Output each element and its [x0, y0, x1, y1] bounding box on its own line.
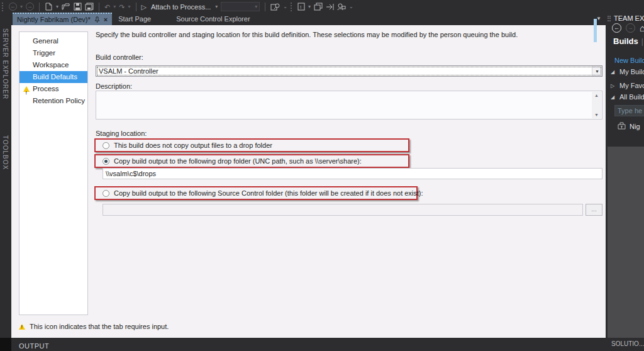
build-controller-combobox[interactable]: VSALM - Controller ▼	[96, 65, 602, 77]
footer-note-text: This icon indicates that the tab require…	[30, 323, 169, 330]
toolbar-separator	[99, 3, 99, 11]
server-explorer-vertical-tab[interactable]: SERVER EXPLORER	[2, 28, 9, 99]
find-in-files-icon[interactable]	[270, 3, 280, 11]
expanded-icon[interactable]: ◢	[611, 94, 616, 100]
redo-icon[interactable]: ↷	[119, 3, 125, 11]
pin-icon[interactable]	[94, 16, 100, 23]
radio-label[interactable]: This build does not copy output files to…	[114, 142, 272, 149]
attach-to-process-button[interactable]: Attach to Process...	[151, 3, 211, 11]
combo-caret-icon: ▾	[255, 4, 257, 9]
back-dropdown-icon[interactable]: ▾	[20, 4, 23, 9]
attach-dropdown-icon[interactable]: ▾	[215, 4, 218, 9]
radio-no-drop-folder[interactable]	[103, 142, 109, 149]
navigate-back-icon[interactable]: ←	[9, 3, 17, 11]
toolbar-separator	[39, 3, 40, 11]
build-definition-icon	[618, 121, 626, 131]
solution-explorer-tab[interactable]: SOLUTIO...	[611, 340, 644, 347]
te-page-title[interactable]: Builds	[613, 36, 638, 46]
radio-label[interactable]: Copy build output to the following Sourc…	[114, 189, 423, 197]
tab-label: Nightly Fabrikam (Dev)*	[17, 16, 91, 23]
output-window-tab[interactable]: OUTPUT	[19, 342, 49, 350]
navigate-to-icon[interactable]	[326, 3, 334, 11]
feedback-icon[interactable]	[337, 3, 346, 11]
panel-grip[interactable]	[608, 16, 611, 21]
attach-play-icon[interactable]: ▷	[142, 3, 147, 11]
scrollbar-indicator	[594, 19, 597, 42]
te-page-header: Builds | F	[613, 36, 644, 46]
drop-folder-input[interactable]	[103, 168, 602, 179]
output-window-corner	[0, 338, 11, 351]
new-file-icon[interactable]	[45, 3, 53, 11]
radio-copy-to-drop-folder[interactable]	[103, 158, 109, 165]
nav-item-trigger[interactable]: Trigger	[19, 47, 87, 59]
scroll-up-icon[interactable]: ▲	[594, 93, 599, 98]
save-icon[interactable]	[74, 3, 82, 11]
main-toolbar: ← ▾ → ▾ ↶ ▾ ↷ ▾ ▷ Attach to Process... ▾…	[0, 0, 644, 13]
nav-item-label: Process	[33, 85, 59, 92]
collapsed-icon[interactable]: ▷	[611, 83, 616, 89]
svg-text:!: !	[300, 4, 301, 10]
te-back-icon[interactable]: ←	[612, 23, 621, 33]
nav-item-general[interactable]: General	[19, 35, 87, 47]
build-definition-label: Nig	[630, 123, 640, 130]
team-explorer-title: TEAM EX	[614, 14, 644, 22]
description-label: Description:	[96, 82, 132, 90]
new-file-dropdown-icon[interactable]: ▾	[56, 4, 58, 9]
tab-list-menu-icon[interactable]: ▼	[596, 16, 601, 21]
source-control-folder-input[interactable]	[103, 204, 583, 216]
expanded-icon[interactable]: ◢	[611, 69, 616, 75]
toolbar-grip[interactable]	[291, 3, 293, 11]
toolbar-grip[interactable]	[2, 3, 4, 11]
home-icon[interactable]: ⌂	[640, 23, 644, 33]
build-definition-nav: General Trigger Workspace Build Defaults…	[19, 31, 88, 315]
staging-location-label: Staging location:	[96, 130, 147, 137]
te-forward-icon[interactable]: →	[626, 23, 635, 33]
warning-icon	[19, 324, 25, 330]
team-explorer-header: TEAM EX	[608, 14, 644, 22]
footer-note: This icon indicates that the tab require…	[19, 323, 169, 330]
save-all-icon[interactable]	[85, 3, 94, 11]
combobox-value: VSALM - Controller	[96, 67, 592, 75]
undo-icon[interactable]: ↶	[104, 3, 110, 11]
team-explorer-nav: ← → ⌂	[612, 23, 644, 33]
properties-window-icon[interactable]: !	[297, 3, 305, 11]
build-definition-item[interactable]: Nig	[618, 121, 640, 131]
scroll-down-icon[interactable]: ▼	[594, 113, 599, 117]
open-folder-icon[interactable]	[62, 3, 70, 11]
toolbar-overflow-icon[interactable]: ⌄	[349, 4, 353, 9]
te-section-my-favorites[interactable]: ▷ My Favo	[611, 82, 644, 89]
textarea-scrollbar[interactable]: ▲ ▼	[592, 92, 601, 118]
new-window-icon[interactable]	[314, 3, 323, 11]
browse-button[interactable]: ...	[586, 204, 602, 216]
te-section-label: All Build	[619, 93, 644, 101]
close-icon[interactable]: ×	[104, 16, 108, 23]
nav-item-workspace[interactable]: Workspace	[19, 59, 87, 71]
configuration-combobox[interactable]: ▾	[221, 2, 260, 11]
radio-copy-to-source-control[interactable]	[103, 190, 109, 197]
te-separator: |	[641, 37, 643, 46]
undo-dropdown-icon[interactable]: ▾	[113, 4, 116, 9]
build-controller-label: Build controller:	[96, 53, 143, 61]
warning-icon	[23, 86, 30, 92]
highlight-box-radio-source-control: Copy build output to the following Sourc…	[94, 186, 418, 200]
new-build-definition-link[interactable]: New Build	[614, 57, 644, 64]
redo-dropdown-icon[interactable]: ▾	[128, 4, 130, 9]
properties-dropdown-icon[interactable]: ▾	[308, 4, 311, 9]
te-section-my-builds[interactable]: ◢ My Build	[611, 68, 644, 75]
toolbox-vertical-tab[interactable]: TOOLBOX	[2, 135, 9, 170]
description-textarea[interactable]: ▲ ▼	[96, 91, 602, 120]
nav-item-build-defaults[interactable]: Build Defaults	[19, 71, 87, 83]
nav-item-process[interactable]: Process	[19, 83, 87, 95]
build-search-input[interactable]	[614, 105, 644, 116]
nav-item-retention-policy[interactable]: Retention Policy	[19, 95, 87, 107]
radio-label[interactable]: Copy build output to the following drop …	[114, 157, 362, 165]
te-section-all-builds[interactable]: ◢ All Build	[611, 93, 644, 101]
chevron-down-icon[interactable]: ▼	[592, 66, 602, 76]
tab-source-control-explorer[interactable]: Source Control Explorer	[170, 13, 256, 25]
navigate-forward-icon[interactable]: →	[26, 3, 34, 11]
tab-start-page[interactable]: Start Page	[112, 13, 157, 25]
te-section-label: My Favo	[619, 82, 644, 89]
tab-nightly-fabrikam[interactable]: Nightly Fabrikam (Dev)* ×	[13, 13, 112, 25]
toolbar-overflow-icon[interactable]: ⌄	[283, 4, 287, 9]
te-content-area	[608, 147, 644, 338]
